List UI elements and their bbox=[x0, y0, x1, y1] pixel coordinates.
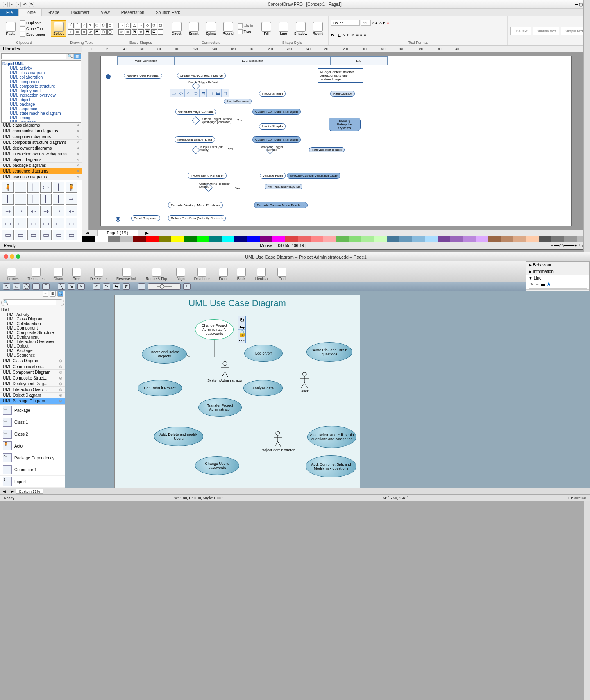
line-text-icon[interactable]: A bbox=[547, 282, 550, 286]
shape-stencil[interactable]: │ bbox=[27, 182, 39, 193]
shape-stencil[interactable]: ▭ bbox=[40, 218, 52, 228]
sel-lock-icon[interactable]: 🔒 bbox=[238, 330, 245, 336]
library-item[interactable]: UML use case diagrams✕ bbox=[0, 174, 82, 180]
connector-smart[interactable]: Smart bbox=[186, 20, 202, 37]
tree-item[interactable]: UML Object bbox=[1, 344, 64, 348]
connector-tree[interactable]: Tree bbox=[238, 29, 254, 34]
color-swatch[interactable] bbox=[551, 236, 564, 242]
color-swatch[interactable] bbox=[539, 236, 551, 242]
uc-log[interactable]: Log on/off bbox=[244, 345, 283, 362]
shape-stencil[interactable]: 🧍 bbox=[66, 182, 77, 193]
shape-stencil[interactable]: │ bbox=[2, 194, 14, 205]
activity-fvr[interactable]: FormValidationRequest bbox=[309, 147, 345, 152]
shape-stencil[interactable]: ▭ bbox=[27, 218, 39, 228]
line-dash-icon[interactable]: ▬ bbox=[541, 282, 545, 286]
color-swatch[interactable] bbox=[438, 236, 450, 242]
toolbar-libraries[interactable]: Libraries bbox=[5, 268, 19, 281]
activity-validate[interactable]: Validate Form bbox=[260, 173, 286, 179]
tree-item[interactable]: UML Interaction Overview bbox=[1, 339, 64, 344]
round-button[interactable]: Round bbox=[310, 20, 326, 37]
uc-score[interactable]: Score Risk and Strain questions bbox=[306, 342, 352, 362]
activity-cc1[interactable]: Custom Component (SnapIn) bbox=[252, 109, 301, 115]
color-swatch[interactable] bbox=[564, 236, 577, 242]
library-item[interactable]: UML interaction overview diagrams✕ bbox=[0, 151, 82, 157]
qat-redo-icon[interactable]: ↷ bbox=[29, 2, 34, 7]
tree-item[interactable]: UML state machine diagram bbox=[2, 111, 80, 116]
font-shrink-icon[interactable]: A▼ bbox=[379, 21, 386, 25]
uc-create-delete[interactable]: Create and Delete Projects bbox=[142, 345, 187, 364]
activity-create[interactable]: Create PageContext Instance bbox=[177, 73, 226, 79]
arc-tool-icon[interactable]: ⌒ bbox=[42, 283, 50, 290]
mac-library-item[interactable]: UML Object Diagram⊘ bbox=[0, 393, 65, 398]
shape-stencil[interactable]: ▭ bbox=[40, 230, 52, 240]
library-item[interactable]: UML sequence diagrams✕ bbox=[0, 168, 82, 174]
search-icon[interactable]: 🔍 bbox=[66, 54, 73, 59]
color-swatch[interactable] bbox=[209, 236, 222, 242]
tree-item[interactable]: UML Activity bbox=[1, 312, 64, 317]
shape-stencil[interactable]: 🧍 bbox=[2, 182, 14, 193]
activity-exec2[interactable]: Execute jVantage Menu Renderer bbox=[168, 202, 223, 208]
activity-invoke2[interactable]: Invoke SnapIn bbox=[259, 123, 286, 130]
view-search-icon[interactable]: 🔍 bbox=[57, 291, 63, 297]
color-swatch[interactable] bbox=[374, 236, 387, 242]
color-swatch[interactable] bbox=[222, 236, 234, 242]
font-color-icon[interactable]: A bbox=[387, 21, 389, 25]
toolbar-templates[interactable]: Templates bbox=[28, 268, 45, 281]
color-swatch[interactable] bbox=[311, 236, 323, 242]
initial-node[interactable] bbox=[106, 74, 111, 79]
stencil-package-dependency[interactable]: ⤳Package Dependency bbox=[0, 452, 65, 464]
color-swatch[interactable] bbox=[234, 236, 247, 242]
tab-home[interactable]: Home bbox=[18, 9, 42, 16]
shape-stencil[interactable]: ⇢ bbox=[40, 206, 52, 216]
paste-button[interactable]: Paste bbox=[3, 20, 18, 37]
bold-button[interactable]: B bbox=[331, 33, 334, 37]
page-label[interactable]: Page1 (1/1) bbox=[97, 230, 138, 236]
shape-stencil[interactable]: │ bbox=[27, 194, 39, 205]
shape-stencil[interactable]: ▭ bbox=[66, 230, 77, 240]
shape-stencil[interactable]: │ bbox=[15, 182, 26, 193]
align-right-icon[interactable]: ≡ bbox=[364, 33, 366, 37]
color-swatch[interactable] bbox=[387, 236, 399, 242]
mac-library-item[interactable]: UML Class Diagram⊘ bbox=[0, 358, 65, 364]
eyedropper-button[interactable]: Eyedropper bbox=[20, 32, 45, 37]
zoom-in-icon2[interactable]: + bbox=[183, 283, 191, 290]
color-swatch[interactable] bbox=[285, 236, 298, 242]
note-pagecontext[interactable]: A PageContext instance corresponds to on… bbox=[318, 68, 363, 83]
shape-stencil[interactable]: ▭ bbox=[15, 218, 26, 228]
line-button[interactable]: Line bbox=[276, 20, 291, 37]
tree-item[interactable]: UML Sequence bbox=[1, 353, 64, 357]
connector-spline[interactable]: Spline bbox=[203, 20, 219, 37]
mac-library-item[interactable]: UML Composite Struct...⊘ bbox=[0, 375, 65, 381]
style-simple[interactable]: Simple text bbox=[561, 27, 587, 35]
tree-item[interactable]: UML Class Diagram bbox=[1, 317, 64, 321]
shape-stencil[interactable]: ▭ bbox=[2, 230, 14, 240]
color-swatch[interactable] bbox=[171, 236, 184, 242]
shape-stencil[interactable]: ▭ bbox=[2, 218, 14, 228]
activity-interp[interactable]: Interpolate SnapIn Data bbox=[175, 136, 215, 143]
tree-item[interactable]: UML package bbox=[2, 102, 80, 107]
shape-stencil[interactable]: │ bbox=[53, 182, 64, 193]
shape-stencil[interactable]: → bbox=[53, 206, 64, 216]
shape-palette[interactable]: 🧍││⬭│🧍│││││→⇢→⇠⇢→⇠▭▭▭▭▭▭▭▭▭▭▭▭ bbox=[0, 180, 82, 242]
color-swatch[interactable] bbox=[526, 236, 539, 242]
line-style-icon[interactable]: ✎ bbox=[530, 282, 533, 286]
color-swatch[interactable] bbox=[425, 236, 438, 242]
mac-library-item[interactable]: UML Deployment Diag...⊘ bbox=[0, 381, 65, 387]
activity-gen[interactable]: Generate Page Content bbox=[175, 109, 216, 115]
shape-stencil[interactable]: ⇠ bbox=[27, 206, 39, 216]
color-swatch[interactable] bbox=[146, 236, 159, 242]
sel-flip-icon[interactable]: ⇋ bbox=[238, 323, 245, 330]
activity-invoke1[interactable]: Invoke SnapIn bbox=[259, 91, 286, 97]
panel-line[interactable]: ▼ Line ✎ ━ ▬ A bbox=[526, 275, 589, 290]
color-swatch[interactable] bbox=[501, 236, 513, 242]
uc-edit-def[interactable]: Edit Default Project bbox=[138, 380, 182, 396]
stencil-actor[interactable]: 🧍Actor bbox=[0, 440, 65, 452]
activity-exec3[interactable]: Execute Custom Menu Renderer bbox=[254, 202, 308, 208]
color-swatch[interactable] bbox=[184, 236, 197, 242]
underline-button[interactable]: U bbox=[338, 33, 341, 37]
zoom-slider[interactable]: ━━◯━━━━ bbox=[554, 243, 574, 248]
view-list-icon[interactable]: ≡ bbox=[43, 291, 48, 297]
basic-shapes-grid[interactable]: ▭◯△▱◇⬠▢ ⬭◐⬔★⬒⬓⋯ bbox=[118, 23, 163, 35]
panel-behaviour[interactable]: ▶ Behaviour bbox=[526, 262, 589, 268]
qat-undo-icon[interactable]: ↶ bbox=[23, 2, 27, 7]
